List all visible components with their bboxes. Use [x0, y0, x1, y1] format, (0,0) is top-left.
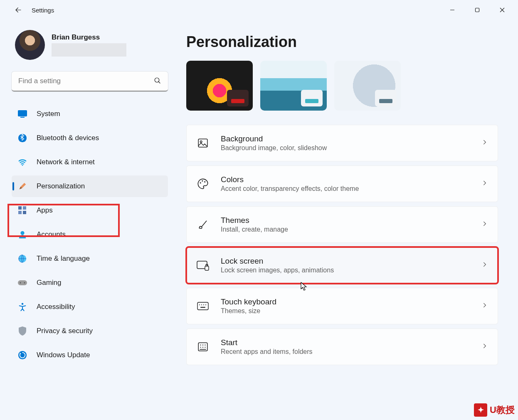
card-colors[interactable]: Colors Accent color, transparency effect…: [186, 166, 498, 202]
arrow-left-icon: [15, 6, 22, 14]
svg-point-26: [201, 304, 202, 305]
minimize-icon: [450, 7, 455, 12]
theme-preview-2[interactable]: [260, 61, 327, 111]
search-box: [12, 72, 168, 91]
sidebar-item-label: Windows Update: [37, 351, 90, 359]
picture-icon: [197, 137, 209, 149]
theme-preview-1[interactable]: [186, 61, 253, 111]
card-title: Background: [221, 134, 470, 143]
page-title: Personalization: [186, 33, 498, 51]
card-themes[interactable]: Themes Install, create, manage: [186, 206, 498, 243]
sidebar-item-gaming[interactable]: Gaming: [12, 272, 168, 294]
sidebar-item-bluetooth[interactable]: Bluetooth & devices: [12, 127, 168, 149]
theme-preview-3[interactable]: [334, 61, 401, 111]
sidebar-item-label: Personalization: [37, 182, 85, 190]
sidebar-item-label: Apps: [37, 206, 53, 215]
accessibility-icon: [17, 302, 27, 312]
avatar: [15, 30, 45, 60]
sidebar-item-label: Gaming: [37, 279, 62, 287]
chevron-right-icon: [482, 302, 488, 310]
window-controls: [440, 1, 515, 19]
svg-rect-29: [200, 307, 205, 308]
apps-icon: [17, 205, 27, 215]
back-button[interactable]: [10, 2, 27, 18]
sidebar-item-label: Bluetooth & devices: [37, 134, 99, 142]
maximize-button[interactable]: [465, 1, 490, 19]
svg-rect-0: [476, 8, 479, 12]
svg-point-14: [24, 282, 25, 284]
card-lock-screen[interactable]: Lock screen Lock screen images, apps, an…: [186, 247, 498, 284]
svg-point-25: [199, 304, 200, 305]
card-background[interactable]: Background Background image, color, slid…: [186, 125, 498, 161]
card-title: Touch keyboard: [221, 297, 470, 306]
titlebar: Settings: [0, 0, 518, 20]
card-sub: Lock screen images, apps, animations: [221, 267, 470, 274]
card-sub: Install, create, manage: [221, 226, 470, 233]
sidebar-item-accounts[interactable]: Accounts: [12, 224, 168, 245]
search-input[interactable]: [12, 72, 168, 91]
clock-globe-icon: [17, 254, 27, 264]
svg-rect-7: [23, 206, 26, 210]
sidebar-item-windows-update[interactable]: Windows Update: [12, 344, 168, 366]
card-sub: Accent color, transparency effects, colo…: [221, 185, 470, 193]
close-button[interactable]: [490, 1, 515, 19]
svg-point-13: [20, 282, 21, 284]
palette-icon: [197, 178, 209, 190]
sidebar-item-label: System: [37, 110, 60, 118]
sidebar-item-network[interactable]: Network & internet: [12, 151, 168, 173]
profile-name: Brian Burgess: [52, 33, 126, 42]
maximize-icon: [475, 7, 480, 12]
theme-preview-row: [186, 61, 498, 111]
svg-point-34: [200, 347, 201, 348]
system-icon: [17, 109, 27, 119]
settings-card-list: Background Background image, color, slid…: [186, 125, 498, 365]
sidebar-item-time-language[interactable]: Time & language: [12, 248, 168, 269]
card-sub: Recent apps and items, folders: [221, 348, 470, 356]
brush-icon: [197, 218, 209, 231]
svg-rect-24: [197, 302, 208, 310]
chevron-right-icon: [482, 262, 488, 269]
svg-point-27: [203, 304, 204, 305]
update-icon: [17, 350, 27, 360]
svg-point-18: [200, 141, 202, 143]
sidebar-item-apps[interactable]: Apps: [12, 200, 168, 221]
svg-point-28: [205, 304, 206, 305]
minimize-button[interactable]: [440, 1, 465, 19]
svg-rect-2: [18, 110, 27, 116]
card-title: Start: [221, 338, 470, 347]
sidebar-item-accessibility[interactable]: Accessibility: [12, 296, 168, 318]
svg-rect-3: [20, 117, 25, 118]
search-icon: [154, 77, 161, 86]
svg-point-19: [200, 182, 201, 183]
sidebar-item-personalization[interactable]: Personalization: [12, 175, 168, 197]
keyboard-icon: [197, 300, 209, 312]
card-touch-keyboard[interactable]: Touch keyboard Themes, size: [186, 288, 498, 324]
svg-rect-6: [18, 206, 22, 210]
gamepad-icon: [17, 278, 27, 288]
sidebar-item-label: Accounts: [37, 230, 66, 239]
profile-email-redacted: [52, 43, 126, 57]
card-start[interactable]: Start Recent apps and items, folders: [186, 329, 498, 365]
chevron-right-icon: [482, 180, 488, 188]
svg-point-31: [200, 345, 201, 346]
sidebar: Brian Burgess System Bluetooth & devices…: [0, 20, 175, 420]
sidebar-item-label: Network & internet: [37, 158, 95, 166]
svg-rect-37: [200, 349, 206, 350]
svg-point-20: [202, 180, 203, 181]
sidebar-item-label: Privacy & security: [37, 327, 93, 335]
svg-point-21: [204, 181, 205, 183]
svg-point-4: [18, 134, 27, 142]
main-content: Personalization Background Background im…: [175, 20, 518, 420]
chevron-right-icon: [482, 221, 488, 228]
card-title: Lock screen: [221, 257, 470, 266]
watermark: ✦ U教授: [474, 403, 515, 417]
shield-icon: [17, 326, 27, 336]
sidebar-item-system[interactable]: System: [12, 103, 168, 125]
lock-screen-icon: [197, 259, 209, 272]
profile-block[interactable]: Brian Burgess: [12, 30, 168, 60]
sidebar-item-label: Time & language: [37, 254, 90, 263]
svg-rect-12: [18, 280, 27, 285]
svg-point-36: [205, 347, 205, 348]
sidebar-item-label: Accessibility: [37, 303, 75, 311]
sidebar-item-privacy-security[interactable]: Privacy & security: [12, 320, 168, 342]
